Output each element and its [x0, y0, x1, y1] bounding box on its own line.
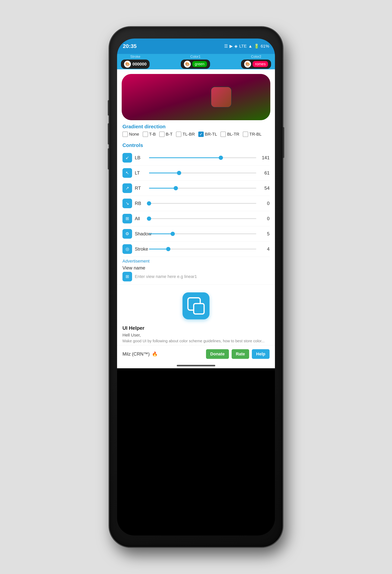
stroke-slider-icon[interactable]: ◎	[122, 244, 132, 254]
palette-icon-2: 🎨	[184, 61, 191, 68]
checkbox-brtl[interactable]: ✓	[198, 132, 204, 137]
shadow-icon[interactable]: ⚙	[122, 229, 132, 239]
dir-none[interactable]: None	[122, 132, 139, 137]
wifi-icon: ◈	[234, 44, 237, 49]
home-indicator	[177, 365, 215, 366]
lb-value: 141	[259, 155, 270, 161]
lt-slider[interactable]	[149, 172, 256, 174]
preview-shape	[211, 86, 232, 108]
checkbox-tlbr[interactable]	[176, 132, 181, 137]
color1-value: green	[192, 61, 207, 67]
color2-picker[interactable]: 🎨 romes	[241, 60, 271, 69]
view-name-input[interactable]: Enter view name here e.g linear1	[135, 274, 270, 279]
battery-percent: 61%	[261, 44, 269, 49]
stroke-color-value: 000000	[133, 62, 147, 67]
rb-icon[interactable]: ↘	[122, 199, 132, 208]
control-row-rb: ↘ RB 0	[122, 196, 270, 211]
palette-icon: 🎨	[124, 61, 131, 68]
volume-up-button[interactable]	[108, 100, 109, 116]
shadow-thumb[interactable]	[171, 232, 175, 236]
advertisement-label: Advertisement	[117, 257, 275, 264]
phone-shell: 20:35 ☰ ▶ ◈ LTE ▲ 🔋 61% Stroke 🎨	[109, 27, 283, 547]
battery-icon: 🔋	[254, 44, 259, 49]
controls-section: ↙ LB 141 ↖ LT	[117, 150, 275, 257]
bottom-bar: Milz (CRN™) 🔥 Donate Rate Help	[117, 345, 275, 363]
checkbox-bt[interactable]	[159, 132, 165, 137]
volume-down-button[interactable]	[108, 123, 109, 144]
control-row-stroke: ◎ Stroke 4	[122, 242, 270, 257]
lb-label: LB	[135, 155, 146, 161]
gradient-direction-options: None T-B B-T TL-BR	[117, 132, 275, 139]
lt-thumb[interactable]	[177, 171, 181, 175]
lb-slider[interactable]	[149, 157, 256, 159]
all-slider[interactable]	[149, 218, 256, 220]
control-row-rt: ↗ RT 54	[122, 181, 270, 196]
dir-tlbr[interactable]: TL-BR	[176, 132, 195, 137]
shadow-slider[interactable]	[149, 233, 256, 235]
donate-button[interactable]: Donate	[206, 349, 229, 359]
main-content: Gradient direction None T-B	[117, 69, 275, 368]
signal-icon: ▲	[248, 44, 253, 49]
checkbox-tb[interactable]	[143, 132, 148, 137]
top-action-bar: Stroke 🎨 000000 Color1 🎨 green	[117, 54, 275, 69]
status-icons: ☰ ▶ ◈ LTE ▲ 🔋 61%	[224, 44, 269, 49]
dir-none-label: None	[129, 132, 139, 137]
stroke-value: 4	[259, 246, 270, 252]
all-thumb[interactable]	[147, 217, 151, 221]
lb-icon[interactable]: ↙	[122, 153, 132, 163]
status-bar: 20:35 ☰ ▶ ◈ LTE ▲ 🔋 61%	[117, 39, 275, 54]
lt-value: 61	[259, 170, 270, 176]
dir-tb[interactable]: T-B	[143, 132, 156, 137]
checkbox-trbl[interactable]	[243, 132, 248, 137]
ui-helper-section: UI Helper Hell User, Make good UI by fol…	[117, 323, 275, 345]
lb-thumb[interactable]	[219, 156, 223, 160]
dir-bltr[interactable]: BL-TR	[220, 132, 239, 137]
direction-row: None T-B B-T TL-BR	[122, 132, 270, 137]
lb-track	[149, 157, 256, 158]
stroke-slider-label: Stroke	[135, 246, 146, 252]
checkbox-bltr[interactable]	[220, 132, 226, 137]
screen: 20:35 ☰ ▶ ◈ LTE ▲ 🔋 61% Stroke 🎨	[117, 39, 275, 535]
color2-section: Color2 🎨 romes	[241, 55, 271, 69]
shadow-fill	[149, 233, 173, 234]
stroke-fill	[149, 249, 168, 249]
gradient-direction-label: Gradient direction	[117, 120, 275, 132]
ui-helper-greeting: Hell User,	[122, 333, 270, 338]
lb-fill	[149, 157, 221, 158]
stroke-color-picker[interactable]: 🎨 000000	[121, 60, 150, 69]
rt-icon[interactable]: ↗	[122, 183, 132, 193]
stroke-track	[149, 249, 256, 249]
rb-thumb[interactable]	[147, 201, 151, 205]
rb-slider[interactable]	[149, 203, 256, 204]
all-icon[interactable]: ⊞	[122, 214, 132, 224]
control-row-all: ⊞ All 0	[122, 211, 270, 226]
gradient-preview	[122, 74, 270, 120]
stroke-thumb[interactable]	[166, 247, 170, 251]
notification-icon: ☰	[224, 44, 228, 49]
power-button[interactable]	[283, 127, 284, 158]
all-label: All	[135, 216, 146, 221]
lt-label: LT	[135, 170, 146, 176]
dir-tlbr-label: TL-BR	[182, 132, 195, 137]
rb-track	[149, 203, 256, 204]
dir-bt-label: B-T	[166, 132, 173, 137]
rt-thumb[interactable]	[174, 186, 178, 190]
lt-icon[interactable]: ↖	[122, 168, 132, 178]
stroke-slider[interactable]	[149, 248, 256, 250]
color1-picker[interactable]: 🎨 green	[181, 60, 210, 69]
app-icon[interactable]	[182, 292, 210, 319]
all-track	[149, 218, 256, 219]
dir-brtl[interactable]: ✓ BR-TL	[198, 132, 217, 137]
stroke-label: Stroke	[130, 55, 140, 59]
mute-button[interactable]	[108, 148, 109, 169]
help-button[interactable]: Help	[252, 349, 270, 359]
dir-trbl[interactable]: TR-BL	[243, 132, 262, 137]
rt-track	[149, 188, 256, 188]
media-icon: ▶	[230, 44, 233, 49]
rate-button[interactable]: Rate	[232, 349, 249, 359]
rt-label: RT	[135, 185, 146, 191]
shadow-label: Shadow	[135, 231, 146, 237]
rt-slider[interactable]	[149, 187, 256, 189]
checkbox-none[interactable]	[122, 132, 128, 137]
dir-bt[interactable]: B-T	[159, 132, 173, 137]
